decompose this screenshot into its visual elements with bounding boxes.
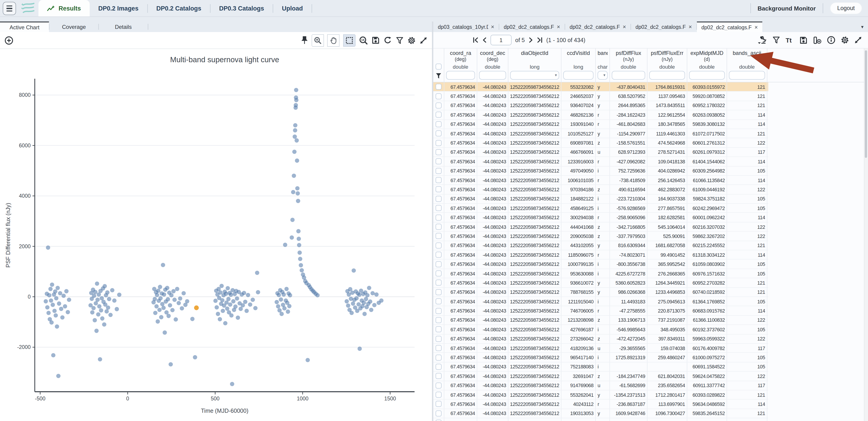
column-header-bands_ascii[interactable]: bands_asciidouble — [727, 49, 767, 82]
table-tab[interactable]: dp02_dc2_catalogs.For...× — [499, 22, 565, 32]
table-info-button[interactable] — [827, 36, 836, 44]
nav-tab-upload[interactable]: Upload — [273, 0, 312, 17]
data-point[interactable] — [300, 268, 304, 272]
row-checkbox[interactable] — [436, 168, 441, 174]
table-tab[interactable]: dp02_dc2_catalogs.For...× — [565, 22, 630, 32]
table-scrollbar[interactable] — [864, 49, 868, 421]
row-checkbox[interactable] — [436, 177, 441, 183]
column-header-ccdVisitId[interactable]: ccdVisitIdlong — [561, 49, 596, 82]
row-checkbox[interactable] — [436, 327, 441, 332]
data-point[interactable] — [44, 299, 48, 303]
select-all-checkbox[interactable] — [436, 64, 441, 69]
data-point[interactable] — [246, 293, 250, 297]
save-table-button[interactable] — [799, 36, 808, 44]
tab-coverage[interactable]: Coverage — [50, 22, 98, 32]
data-point[interactable] — [117, 293, 122, 297]
data-point[interactable] — [98, 357, 102, 362]
column-filter-input[interactable] — [689, 71, 725, 80]
column-filter-input[interactable] — [479, 71, 506, 80]
data-point[interactable] — [374, 293, 379, 297]
data-point[interactable] — [216, 312, 220, 316]
data-point[interactable] — [218, 317, 222, 322]
row-checkbox[interactable] — [436, 270, 441, 276]
prev-page-button[interactable] — [482, 37, 487, 43]
data-point[interactable] — [158, 285, 162, 289]
column-filter-input[interactable] — [446, 71, 475, 80]
data-point[interactable] — [370, 291, 375, 295]
data-point[interactable] — [63, 304, 67, 308]
selected-data-point[interactable] — [194, 305, 199, 310]
data-point[interactable] — [296, 229, 301, 233]
data-point[interactable] — [229, 293, 233, 297]
data-point[interactable] — [297, 237, 301, 241]
table-row[interactable]: 67.4579634-44.08024312522205987345562122… — [433, 334, 768, 344]
data-point[interactable] — [100, 316, 104, 321]
data-point[interactable] — [306, 358, 310, 362]
first-page-button[interactable] — [473, 37, 478, 43]
data-point[interactable] — [168, 362, 173, 366]
data-point[interactable] — [97, 304, 101, 308]
data-point[interactable] — [292, 134, 297, 139]
pin-chart-button[interactable] — [301, 36, 308, 44]
data-point[interactable] — [99, 308, 103, 312]
data-point[interactable] — [58, 291, 62, 295]
table-row[interactable]: 67.4579634-44.08024312522205987345562121… — [433, 250, 768, 260]
add-chart-button[interactable] — [5, 36, 13, 44]
data-point[interactable] — [155, 293, 159, 297]
data-point[interactable] — [193, 355, 197, 359]
row-checkbox[interactable] — [436, 382, 441, 388]
filter-chart-button[interactable] — [396, 36, 404, 44]
close-tab-icon[interactable]: × — [557, 24, 560, 30]
row-checkbox[interactable] — [436, 364, 441, 370]
table-row[interactable]: 67.4579634-44.08024312522205987345562124… — [433, 166, 768, 176]
row-checkbox[interactable] — [436, 317, 441, 323]
data-point[interactable] — [295, 186, 300, 190]
data-point[interactable] — [45, 305, 50, 309]
data-point[interactable] — [54, 296, 59, 300]
column-header-diaObjectId[interactable]: diaObjectIdlong▾ — [508, 49, 561, 82]
data-point[interactable] — [282, 293, 286, 297]
data-point[interactable] — [294, 88, 298, 92]
data-point[interactable] — [115, 307, 119, 311]
chevron-down-icon[interactable]: ▾ — [555, 73, 557, 77]
data-point[interactable] — [165, 286, 169, 290]
data-point[interactable] — [245, 309, 249, 313]
data-point[interactable] — [315, 293, 320, 297]
data-point[interactable] — [159, 315, 163, 320]
data-point[interactable] — [292, 174, 296, 178]
data-point[interactable] — [293, 128, 298, 132]
data-point[interactable] — [162, 293, 166, 297]
data-point[interactable] — [175, 287, 179, 291]
data-point[interactable] — [290, 218, 295, 222]
row-checkbox[interactable] — [436, 186, 441, 192]
data-point[interactable] — [379, 298, 384, 303]
data-point[interactable] — [297, 243, 301, 247]
data-point[interactable] — [275, 300, 279, 304]
table-row[interactable]: 67.4579634-44.08024312522205987345562129… — [433, 278, 768, 288]
data-point[interactable] — [91, 306, 96, 310]
data-point[interactable] — [230, 382, 234, 386]
close-tab-icon[interactable]: × — [491, 24, 494, 30]
table-row[interactable]: 67.4579634-44.08024312522205987345562121… — [433, 129, 768, 139]
row-checkbox[interactable] — [436, 130, 441, 137]
data-point[interactable] — [160, 302, 164, 306]
data-point[interactable] — [256, 290, 260, 295]
data-point[interactable] — [368, 300, 372, 304]
data-point[interactable] — [57, 301, 61, 306]
last-page-button[interactable] — [537, 37, 543, 43]
data-point[interactable] — [294, 138, 299, 143]
data-point[interactable] — [96, 312, 100, 317]
table-row[interactable]: 67.4579634-44.08024312522205987345562123… — [433, 371, 768, 381]
close-tab-icon[interactable]: × — [689, 24, 692, 30]
data-point[interactable] — [352, 268, 356, 273]
data-point[interactable] — [170, 308, 175, 312]
data-point[interactable] — [365, 293, 370, 297]
data-point[interactable] — [67, 298, 71, 302]
data-point[interactable] — [294, 103, 298, 107]
data-point[interactable] — [255, 271, 259, 275]
data-point[interactable] — [95, 298, 100, 302]
data-point[interactable] — [93, 318, 97, 322]
data-point[interactable] — [283, 243, 287, 247]
data-point[interactable] — [241, 303, 245, 307]
data-point[interactable] — [178, 296, 182, 301]
